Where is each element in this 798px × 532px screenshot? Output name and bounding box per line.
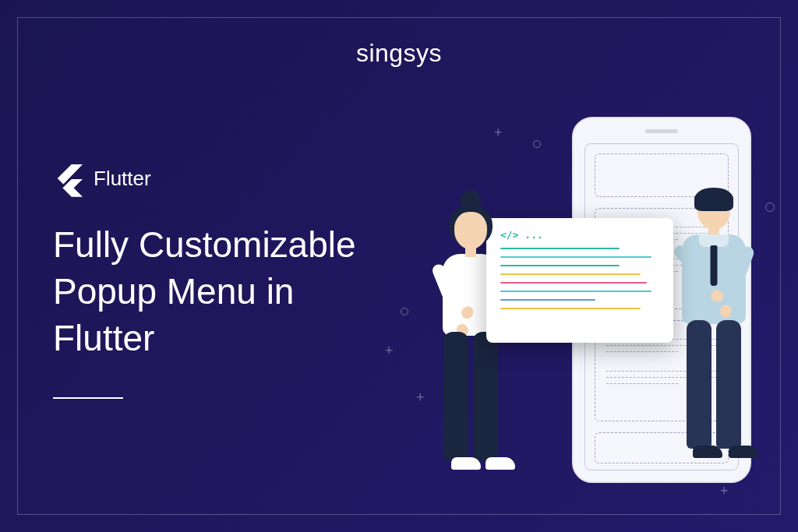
plus-icon: +	[720, 483, 729, 499]
headline-underline	[53, 397, 123, 399]
plus-icon: +	[385, 343, 394, 359]
plus-icon: +	[494, 125, 503, 141]
headline-line-1: Fully Customizable	[53, 224, 356, 265]
tech-badge: Flutter	[53, 160, 151, 197]
plus-icon: +	[416, 389, 425, 406]
code-tag: </> ...	[500, 229, 659, 241]
circle-icon	[401, 308, 408, 315]
flutter-icon	[53, 160, 83, 197]
person-man	[667, 175, 761, 432]
brand-logo: singsys	[356, 39, 442, 68]
headline-line-3: Flutter	[53, 318, 154, 358]
page-headline: Fully Customizable Popup Menu in Flutter	[53, 222, 356, 361]
headline-line-2: Popup Menu in	[53, 271, 294, 312]
circle-icon	[533, 140, 541, 148]
tech-label: Flutter	[94, 167, 151, 191]
circle-icon	[765, 203, 775, 212]
hero-illustration: + + + +	[424, 117, 767, 522]
code-card: </> ...	[486, 218, 673, 343]
